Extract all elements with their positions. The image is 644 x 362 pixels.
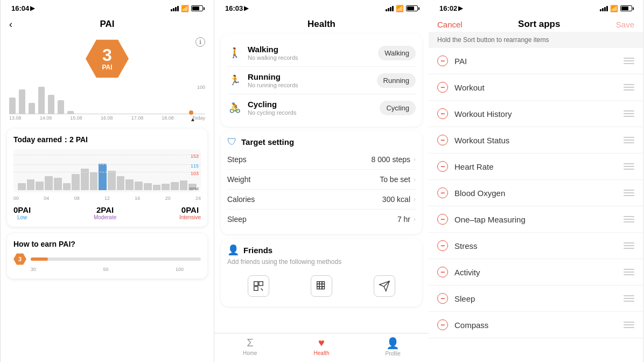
drag-handle-heart-rate[interactable]	[624, 163, 634, 170]
remove-stress-button[interactable]: −	[437, 240, 448, 251]
walking-icon: 🚶	[227, 45, 242, 60]
sort-name-heart-rate: Heart Rate	[454, 162, 624, 171]
walking-text: Walking No walking records	[248, 45, 378, 61]
sort-name-pai: PAI	[454, 57, 624, 66]
sort-item-pai[interactable]: − PAI	[429, 48, 643, 74]
drag-handle-compass[interactable]	[624, 322, 634, 328]
hline-115	[13, 164, 201, 165]
screen-pai: 16:04 ▶ 📶 ‹ PAI ℹ 3 PAI 100	[0, 0, 214, 362]
pai-header: ‹ PAI	[1, 15, 214, 32]
weekly-chart: 100 ▲ 13.08 14.08 15.08 16.08 17.08 18.0…	[1, 82, 214, 126]
sort-item-one-tap[interactable]: − One–tap Measuring	[429, 206, 643, 233]
home-icon: Σ	[247, 337, 253, 349]
bpm-103: 103	[191, 171, 199, 176]
steps-row[interactable]: Steps 8 000 steps ›	[227, 150, 416, 170]
sort-item-workout-history[interactable]: − Workout History	[429, 101, 643, 127]
today-card: Today earned：2 PAI 153 115 103 BPM	[7, 129, 207, 227]
heart-rate-chart: 153 115 103 BPM	[13, 149, 201, 192]
remove-heart-rate-button[interactable]: −	[437, 161, 448, 172]
walking-title: Walking	[248, 45, 378, 54]
drag-handle-workout-history[interactable]	[624, 110, 634, 117]
svg-rect-1	[259, 282, 263, 286]
sort-item-workout-status[interactable]: − Workout Status	[429, 127, 643, 154]
cancel-button[interactable]: Cancel	[437, 20, 463, 29]
save-button[interactable]: Save	[616, 20, 634, 29]
info-icon[interactable]: ℹ	[195, 37, 205, 47]
remove-activity-button[interactable]: −	[437, 267, 448, 277]
svg-rect-0	[254, 282, 258, 286]
drag-handle-blood-oxygen[interactable]	[624, 190, 634, 196]
drag-handle-activity[interactable]	[624, 269, 634, 275]
drag-handle-workout[interactable]	[624, 84, 634, 90]
progress-labels: 30 50 100	[13, 267, 201, 272]
drag-handle-sleep[interactable]	[624, 295, 634, 302]
tab-home[interactable]: Σ Home	[214, 337, 286, 357]
status-icons-1: 📶	[171, 5, 203, 12]
status-icons-3: 📶	[600, 5, 632, 12]
cycling-row: 🚴 Cycling No cycling records Cycling	[227, 94, 416, 121]
sort-name-compass: Compass	[454, 321, 624, 330]
drag-handle-one-tap[interactable]	[624, 216, 634, 222]
status-bar-2: 16:03 ▶ 📶	[214, 0, 429, 15]
remove-sleep-button[interactable]: −	[437, 293, 448, 304]
walking-button[interactable]: Walking	[378, 46, 416, 60]
sort-item-blood-oxygen[interactable]: − Blood Oxygen	[429, 180, 643, 206]
remove-compass-button[interactable]: −	[437, 319, 448, 330]
cycling-button[interactable]: Cycling	[380, 101, 416, 115]
health-header: Health	[214, 15, 429, 32]
tab-profile[interactable]: 👤 Profile	[357, 337, 429, 357]
drag-handle-workout-status[interactable]	[624, 137, 634, 143]
sleep-row[interactable]: Sleep 7 hr ›	[227, 210, 416, 229]
tab-health-label: Health	[314, 350, 330, 356]
scan-qr-button[interactable]	[248, 275, 269, 297]
cycling-sub: No cycling records	[248, 109, 380, 116]
calories-row[interactable]: Calories 300 kcal ›	[227, 190, 416, 210]
chart-max-label: 100	[197, 85, 205, 90]
svg-rect-7	[317, 282, 320, 284]
x-label-5: 17.08	[131, 115, 144, 121]
sort-item-heart-rate[interactable]: − Heart Rate	[429, 154, 643, 180]
progress-fill	[31, 257, 48, 261]
status-icons-2: 📶	[386, 5, 418, 12]
status-bar-1: 16:04 ▶ 📶	[1, 0, 214, 15]
progress-label-50: 50	[103, 267, 108, 272]
sort-name-one-tap: One–tap Measuring	[454, 215, 624, 224]
progress-container: 3	[13, 253, 201, 266]
stat-low-label: Low	[13, 214, 31, 220]
sort-item-stress[interactable]: − Stress	[429, 233, 643, 259]
running-title: Running	[248, 72, 377, 81]
remove-workout-status-button[interactable]: −	[437, 135, 448, 145]
page-title-pai: PAI	[100, 19, 114, 30]
tab-home-label: Home	[243, 350, 257, 356]
svg-rect-2	[254, 287, 258, 290]
drag-handle-pai[interactable]	[624, 58, 634, 64]
sort-item-sleep[interactable]: − Sleep	[429, 286, 643, 312]
health-icon: ♥	[318, 337, 325, 349]
remove-one-tap-button[interactable]: −	[437, 214, 448, 225]
share-button[interactable]	[374, 275, 395, 297]
steps-label: Steps	[227, 155, 372, 164]
sort-item-workout[interactable]: − Workout	[429, 74, 643, 101]
time-1: 16:04	[11, 4, 29, 12]
sleep-label: Sleep	[227, 215, 397, 224]
friends-header: 👤 Friends	[227, 244, 416, 256]
drag-handle-stress[interactable]	[624, 242, 634, 249]
x-label-3: 15.08	[70, 115, 82, 121]
weight-row[interactable]: Weight To be set ›	[227, 170, 416, 190]
time-3: 16:02	[439, 4, 457, 12]
remove-workout-button[interactable]: −	[437, 82, 448, 93]
chart-bar-6	[58, 100, 64, 114]
remove-blood-oxygen-button[interactable]: −	[437, 187, 448, 198]
sort-item-compass[interactable]: − Compass	[429, 312, 643, 338]
sort-item-activity[interactable]: − Activity	[429, 259, 643, 286]
sort-header: Cancel Sort apps Save	[429, 15, 643, 32]
qr-code-button[interactable]	[311, 275, 332, 297]
x-labels-mini: 00040812162024	[13, 194, 201, 202]
remove-pai-button[interactable]: −	[437, 55, 448, 66]
running-button[interactable]: Running	[377, 73, 416, 88]
back-button[interactable]: ‹	[9, 19, 12, 30]
signal-icon-3	[600, 6, 608, 11]
remove-workout-history-button[interactable]: −	[437, 108, 448, 119]
tab-health[interactable]: ♥ Health	[286, 337, 358, 357]
battery-icon-1	[191, 5, 203, 11]
